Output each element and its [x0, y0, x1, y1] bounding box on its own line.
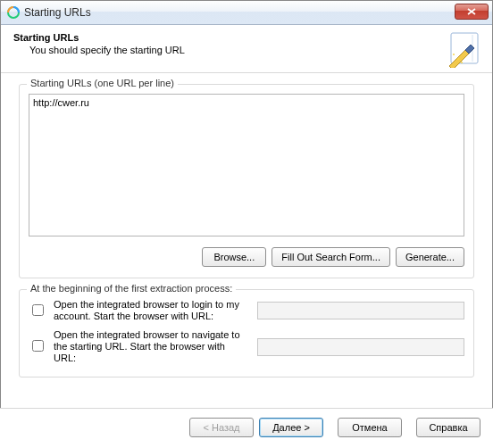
navigate-checkbox[interactable]: [32, 340, 44, 352]
navigate-option-label: Open the integrated browser to navigate …: [54, 329, 250, 364]
page-title: Starting URLs: [13, 32, 480, 43]
wizard-icon: [446, 30, 483, 68]
close-button[interactable]: [455, 4, 489, 20]
window-title: Starting URLs: [24, 6, 91, 19]
url-buttons-row: Browse... Fill Out Search Form... Genera…: [29, 247, 464, 267]
next-button[interactable]: Далее >: [259, 418, 323, 437]
titlebar: Starting URLs: [1, 1, 492, 25]
first-extraction-legend: At the beginning of the first extraction…: [27, 283, 236, 294]
svg-point-8: [461, 62, 463, 63]
cancel-button[interactable]: Отмена: [338, 418, 402, 437]
app-icon: [6, 5, 21, 20]
login-checkbox[interactable]: [32, 304, 44, 316]
svg-point-7: [453, 54, 455, 55]
login-option-label: Open the integrated browser to login to …: [54, 299, 250, 322]
help-button[interactable]: Справка: [416, 418, 480, 437]
starting-urls-legend: Starting URLs (one URL per line): [27, 78, 178, 88]
browse-button[interactable]: Browse...: [202, 247, 266, 267]
navigate-url-input[interactable]: [257, 338, 464, 356]
wizard-footer: < Назад Далее > Отмена Справка: [0, 408, 493, 448]
wizard-header: Starting URLs You should specify the sta…: [1, 25, 492, 73]
login-option-row: Open the integrated browser to login to …: [29, 299, 464, 322]
content-area: Starting URLs (one URL per line) Browse.…: [1, 73, 492, 377]
generate-button[interactable]: Generate...: [396, 247, 464, 267]
svg-point-6: [457, 58, 460, 61]
navigate-option-row: Open the integrated browser to navigate …: [29, 329, 464, 364]
first-extraction-group: At the beginning of the first extraction…: [19, 289, 474, 377]
back-button[interactable]: < Назад: [189, 418, 254, 437]
login-url-input[interactable]: [257, 302, 464, 319]
page-subtitle: You should specify the starting URL: [29, 45, 480, 55]
fill-out-search-form-button[interactable]: Fill Out Search Form...: [272, 247, 390, 267]
urls-textarea[interactable]: [29, 94, 464, 236]
starting-urls-group: Starting URLs (one URL per line) Browse.…: [19, 84, 474, 278]
